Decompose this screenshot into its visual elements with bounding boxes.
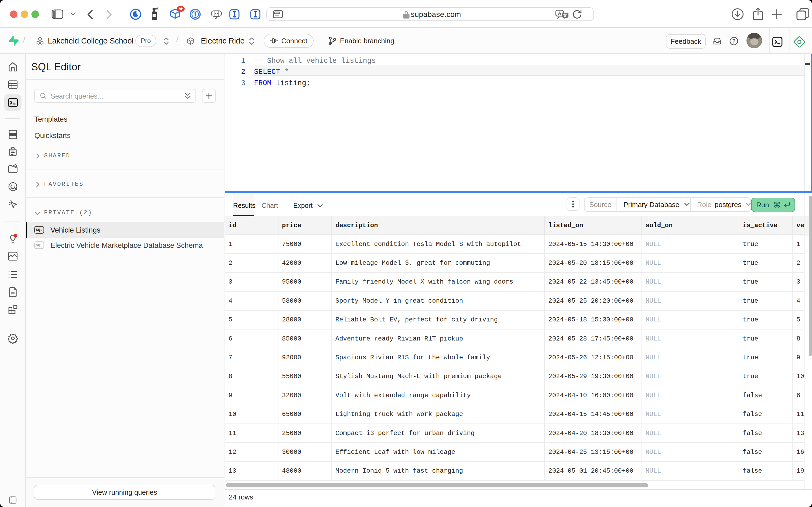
svg-text:A: A [558, 11, 561, 16]
svg-text:文: 文 [563, 13, 567, 17]
